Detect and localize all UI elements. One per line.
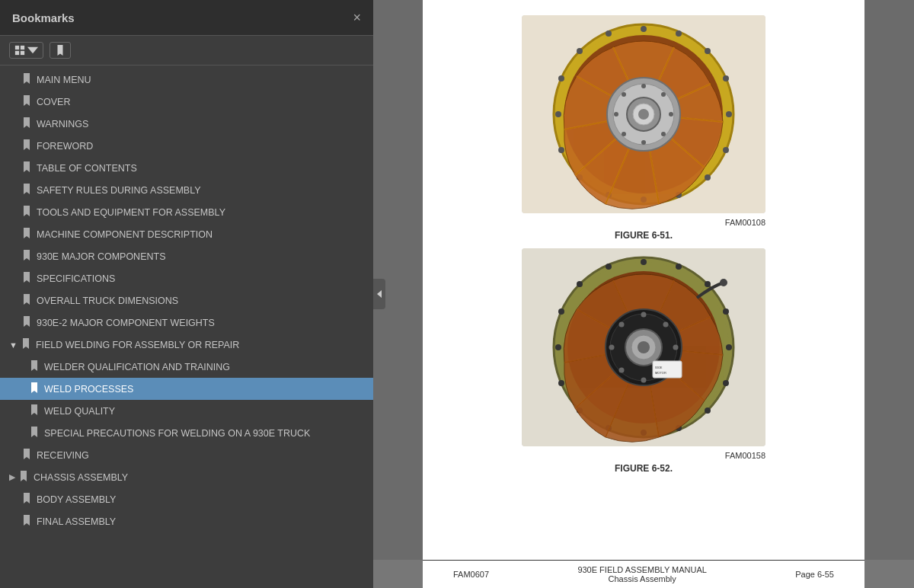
- svg-rect-2: [15, 51, 19, 55]
- bookmark-item-final-assembly[interactable]: FINAL ASSEMBLY: [0, 510, 373, 532]
- bookmark-label-major-components: 930E MAJOR COMPONENTS: [37, 251, 165, 262]
- close-button[interactable]: ×: [353, 11, 361, 24]
- sidebar: Bookmarks × MAIN MENUCOVERWARNINGSFOREWO…: [0, 0, 373, 588]
- bookmark-item-body-assembly[interactable]: BODY ASSEMBLY: [0, 488, 373, 510]
- figure-1-container: FAM00108 FIGURE 6-51.: [453, 15, 834, 241]
- bookmark-label-special-precautions: SPECIAL PRECAUTIONS FOR WELDING ON A 930…: [44, 428, 310, 439]
- bookmark-flag-icon: [23, 316, 30, 329]
- figure-1-caption: FAM00108: [522, 218, 765, 227]
- bookmark-flag-icon: [23, 294, 30, 307]
- svg-rect-0: [15, 46, 19, 50]
- bookmark-flag-icon: [23, 515, 30, 528]
- svg-point-9: [705, 48, 711, 54]
- svg-point-13: [705, 174, 711, 181]
- main-content: FAM00108 FIGURE 6-51.: [373, 0, 914, 588]
- bookmark-item-warnings[interactable]: WARNINGS: [0, 113, 373, 135]
- svg-point-80: [663, 322, 669, 328]
- footer-left: FAM0607: [453, 570, 489, 579]
- svg-point-56: [705, 407, 711, 414]
- bookmark-item-machine[interactable]: MACHINE COMPONENT DESCRIPTION: [0, 223, 373, 245]
- bookmark-item-specifications[interactable]: SPECIFICATIONS: [0, 267, 373, 289]
- svg-point-86: [619, 322, 625, 328]
- grid-icon: [14, 45, 25, 56]
- bookmark-flag-icon: [23, 73, 30, 86]
- bookmark-flag-icon: [30, 382, 38, 395]
- bookmark-item-main-menu[interactable]: MAIN MENU: [0, 69, 373, 91]
- bookmark-flag-icon: [23, 449, 30, 462]
- bookmark-label-weld-quality: WELD QUALITY: [44, 406, 115, 417]
- svg-point-85: [609, 345, 615, 350]
- bookmark-flag-icon: [20, 471, 27, 484]
- svg-point-41: [622, 132, 626, 136]
- svg-point-51: [676, 264, 682, 270]
- bookmark-item-receiving[interactable]: RECEIVING: [0, 444, 373, 466]
- figure-2-container: 930E MOTOR FAM00158 FIGURE 6-52.: [453, 248, 834, 474]
- bookmark-item-weld-processes[interactable]: WELD PROCESSES: [0, 378, 373, 400]
- svg-point-79: [641, 312, 647, 318]
- bookmark-flag-icon: [23, 228, 30, 241]
- bookmark-label-field-welding: FIELD WELDING FOR ASSEMBLY OR REPAIR: [36, 340, 239, 350]
- bookmark-item-special-precautions[interactable]: SPECIAL PRECAUTIONS FOR WELDING ON A 930…: [0, 422, 373, 444]
- svg-point-54: [726, 344, 732, 350]
- bookmark-item-cover[interactable]: COVER: [0, 91, 373, 113]
- bookmark-item-safety[interactable]: SAFETY RULES DURING ASSEMBLY: [0, 179, 373, 201]
- bookmark-flag-icon: [23, 95, 30, 108]
- bookmark-item-truck-dimensions[interactable]: OVERALL TRUCK DIMENSIONS: [0, 289, 373, 312]
- bookmark-flag-icon: [23, 206, 30, 219]
- bookmark-label-weld-processes: WELD PROCESSES: [44, 384, 133, 395]
- svg-text:MOTOR: MOTOR: [655, 371, 666, 375]
- bookmark-list: MAIN MENUCOVERWARNINGSFOREWORDTABLE OF C…: [0, 66, 373, 588]
- bookmark-label-cover: COVER: [37, 97, 70, 107]
- figure-2-caption: FAM00158: [522, 451, 765, 460]
- bookmark-item-weld-quality[interactable]: WELD QUALITY: [0, 400, 373, 422]
- svg-point-62: [555, 344, 561, 350]
- chevron-left-icon: [376, 290, 383, 298]
- bookmark-item-welder-qual[interactable]: WELDER QUALIFICATION AND TRAINING: [0, 356, 373, 378]
- bookmark-item-foreword[interactable]: FOREWORD: [0, 135, 373, 157]
- grid-view-button[interactable]: [9, 42, 43, 59]
- figure-2-image: 930E MOTOR: [522, 248, 765, 446]
- expand-arrow-chassis-assembly: ▶: [9, 472, 15, 482]
- bookmark-item-field-welding[interactable]: ▼FIELD WELDING FOR ASSEMBLY OR REPAIR: [0, 334, 373, 356]
- bookmark-label-main-menu: MAIN MENU: [37, 75, 91, 85]
- svg-point-36: [641, 84, 646, 88]
- svg-point-46: [638, 109, 649, 120]
- svg-point-64: [577, 281, 583, 287]
- bookmark-flag-icon: [23, 117, 30, 130]
- bookmark-flag-icon: [30, 404, 38, 417]
- svg-point-20: [558, 75, 564, 81]
- bookmark-item-toc[interactable]: TABLE OF CONTENTS: [0, 157, 373, 179]
- bookmark-label-toc: TABLE OF CONTENTS: [37, 163, 137, 174]
- svg-point-50: [641, 259, 647, 265]
- svg-point-22: [606, 30, 612, 37]
- bookmark-item-weights[interactable]: 930E-2 MAJOR COMPONENT WEIGHTS: [0, 312, 373, 334]
- svg-point-12: [723, 147, 729, 153]
- bookmark-item-chassis-assembly[interactable]: ▶CHASSIS ASSEMBLY: [0, 466, 373, 488]
- bookmark-label-safety: SAFETY RULES DURING ASSEMBLY: [37, 185, 201, 196]
- svg-point-89: [638, 341, 650, 353]
- sidebar-collapse-button[interactable]: [373, 279, 385, 309]
- svg-point-63: [558, 308, 564, 315]
- bookmark-view-button[interactable]: [50, 42, 71, 59]
- bookmark-flag-icon: [23, 139, 30, 152]
- bookmark-label-weights: 930E-2 MAJOR COMPONENT WEIGHTS: [37, 318, 215, 328]
- svg-point-11: [726, 111, 732, 117]
- bookmark-item-major-components[interactable]: 930E MAJOR COMPONENTS: [0, 245, 373, 267]
- bookmark-flag-icon: [30, 427, 38, 439]
- page-footer: FAM0607 930E FIELD ASSEMBLY MANUAL Chass…: [423, 560, 864, 588]
- page-area: FAM00108 FIGURE 6-51.: [373, 0, 914, 560]
- bookmark-label-body-assembly: BODY ASSEMBLY: [37, 494, 116, 505]
- svg-rect-1: [21, 46, 24, 50]
- svg-point-52: [705, 281, 711, 287]
- svg-point-40: [641, 140, 646, 145]
- footer-center: 930E FIELD ASSEMBLY MANUAL Chassis Assem…: [577, 565, 707, 583]
- page-paper: FAM00108 FIGURE 6-51.: [423, 0, 864, 560]
- bookmark-flag-icon: [23, 493, 30, 506]
- bookmark-label-specifications: SPECIFICATIONS: [37, 273, 115, 284]
- figure-2-svg: 930E MOTOR: [522, 248, 765, 446]
- expand-arrow-field-welding: ▼: [9, 340, 18, 350]
- bookmark-label-tools: TOOLS AND EQUIPMENT FOR ASSEMBLY: [37, 207, 225, 218]
- svg-point-55: [723, 380, 729, 386]
- bookmark-item-tools[interactable]: TOOLS AND EQUIPMENT FOR ASSEMBLY: [0, 201, 373, 223]
- svg-rect-90: [653, 361, 682, 378]
